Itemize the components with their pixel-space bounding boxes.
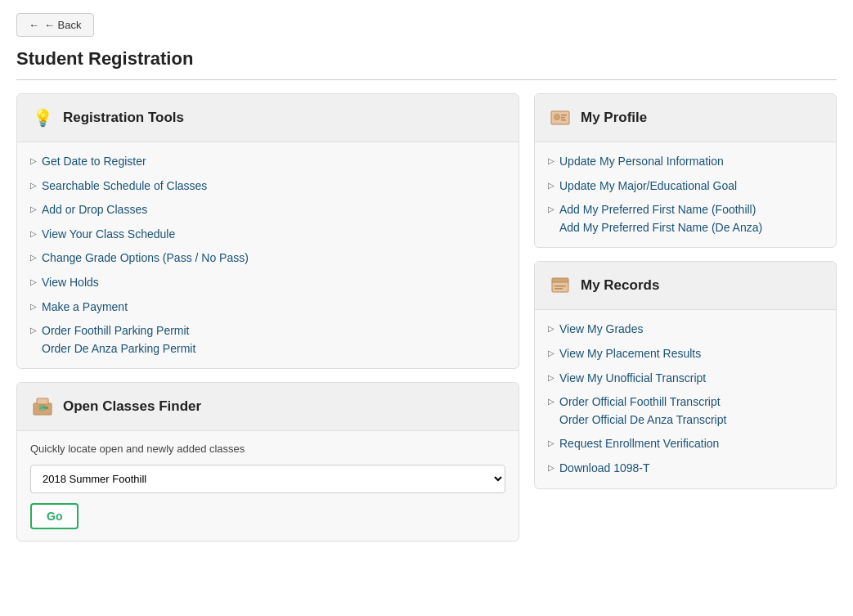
svg-rect-12 [554, 288, 563, 290]
preferred-name-foothill-link[interactable]: Add My Preferred First Name (Foothill) [559, 202, 762, 218]
list-item: ▷ Change Grade Options (Pass / No Pass) [30, 250, 505, 267]
left-column: 💡 Registration Tools ▷ Get Date to Regis… [16, 93, 519, 542]
preferred-name-links: Add My Preferred First Name (Foothill) A… [559, 202, 762, 236]
list-item: ▷ Add My Preferred First Name (Foothill)… [548, 202, 823, 236]
get-date-link[interactable]: Get Date to Register [42, 154, 146, 170]
view-unofficial-transcript-link[interactable]: View My Unofficial Transcript [559, 371, 706, 387]
my-records-title: My Records [581, 277, 659, 294]
profile-icon [548, 106, 572, 130]
main-layout: 💡 Registration Tools ▷ Get Date to Regis… [16, 93, 837, 542]
order-deanza-transcript-link[interactable]: Order Official De Anza Transcript [559, 412, 726, 429]
svg-text:OPEN: OPEN [40, 407, 48, 410]
my-records-list: ▷ View My Grades ▷ View My Placement Res… [548, 321, 823, 476]
triangle-icon: ▷ [548, 181, 554, 190]
triangle-icon: ▷ [548, 324, 554, 333]
back-label: ← Back [44, 19, 82, 31]
triangle-icon: ▷ [548, 438, 554, 447]
deanza-parking-link[interactable]: Order De Anza Parking Permit [42, 341, 195, 357]
open-classes-header: OPEN Open Classes Finder [17, 383, 519, 431]
list-item: ▷ Order Official Foothill Transcript Ord… [548, 394, 823, 428]
order-foothill-transcript-link[interactable]: Order Official Foothill Transcript [559, 394, 726, 411]
searchable-schedule-link[interactable]: Searchable Schedule of Classes [42, 178, 207, 195]
triangle-icon: ▷ [548, 348, 554, 357]
change-grade-link[interactable]: Change Grade Options (Pass / No Pass) [42, 250, 249, 267]
svg-rect-11 [554, 286, 566, 287]
make-payment-link[interactable]: Make a Payment [42, 299, 128, 316]
update-major-link[interactable]: Update My Major/Educational Goal [559, 178, 737, 195]
open-classes-title: Open Classes Finder [63, 398, 201, 415]
go-button[interactable]: Go [30, 503, 79, 529]
download-1098-link[interactable]: Download 1098-T [559, 461, 650, 477]
back-arrow-icon: ← [29, 19, 39, 31]
list-item: ▷ Update My Major/Educational Goal [548, 178, 823, 195]
my-records-body: ▷ View My Grades ▷ View My Placement Res… [535, 310, 836, 488]
open-classes-body: Quickly locate open and newly added clas… [17, 431, 519, 541]
list-item: ▷ Update My Personal Information [548, 154, 823, 170]
svg-rect-6 [561, 115, 567, 116]
page-title: Student Registration [16, 48, 837, 70]
svg-rect-8 [561, 119, 566, 121]
triangle-icon: ▷ [548, 373, 554, 382]
my-records-header: My Records [535, 262, 836, 310]
my-profile-title: My Profile [581, 110, 647, 126]
triangle-icon: ▷ [30, 229, 37, 238]
svg-rect-1 [37, 398, 48, 404]
svg-rect-10 [552, 278, 568, 282]
triangle-icon: ▷ [30, 302, 37, 311]
registration-tools-header: 💡 Registration Tools [17, 94, 519, 142]
triangle-icon: ▷ [30, 181, 37, 190]
svg-rect-7 [561, 117, 565, 119]
view-placement-link[interactable]: View My Placement Results [559, 346, 701, 362]
registration-tools-list: ▷ Get Date to Register ▷ Searchable Sche… [30, 154, 505, 357]
my-profile-card: My Profile ▷ Update My Personal Informat… [534, 93, 837, 248]
list-item: ▷ Make a Payment [30, 299, 505, 316]
my-profile-list: ▷ Update My Personal Information ▷ Updat… [548, 154, 823, 236]
list-item: ▷ View My Placement Results [548, 346, 823, 362]
list-item: ▷ View Holds [30, 275, 505, 291]
update-personal-link[interactable]: Update My Personal Information [559, 154, 724, 170]
open-store-icon: OPEN [30, 394, 55, 419]
svg-point-5 [554, 115, 560, 120]
list-item: ▷ Request Enrollment Verification [548, 436, 823, 452]
list-item: ▷ Add or Drop Classes [30, 202, 505, 218]
triangle-icon: ▷ [30, 326, 37, 335]
list-item: ▷ Order Foothill Parking Permit Order De… [30, 323, 505, 357]
list-item: ▷ View My Grades [548, 321, 823, 338]
right-column: My Profile ▷ Update My Personal Informat… [534, 93, 837, 489]
triangle-icon: ▷ [548, 397, 554, 406]
list-item: ▷ Download 1098-T [548, 461, 823, 477]
registration-tools-title: Registration Tools [63, 110, 184, 126]
list-item: ▷ View Your Class Schedule [30, 227, 505, 243]
back-button[interactable]: ← ← Back [16, 13, 94, 37]
triangle-icon: ▷ [548, 205, 554, 214]
triangle-icon: ▷ [30, 253, 37, 262]
view-grades-link[interactable]: View My Grades [559, 321, 643, 338]
registration-tools-body: ▷ Get Date to Register ▷ Searchable Sche… [17, 142, 519, 368]
finder-description: Quickly locate open and newly added clas… [30, 443, 505, 455]
triangle-icon: ▷ [30, 205, 37, 214]
term-select[interactable]: 2018 Summer Foothill 2018 Summer De Anza… [30, 465, 505, 493]
add-drop-link[interactable]: Add or Drop Classes [42, 202, 147, 218]
page-divider [16, 79, 837, 80]
foothill-parking-link[interactable]: Order Foothill Parking Permit [42, 323, 195, 339]
list-item: ▷ View My Unofficial Transcript [548, 371, 823, 387]
my-profile-body: ▷ Update My Personal Information ▷ Updat… [535, 142, 836, 247]
triangle-icon: ▷ [30, 277, 37, 286]
list-item: ▷ Get Date to Register [30, 154, 505, 170]
open-classes-finder-card: OPEN Open Classes Finder Quickly locate … [16, 382, 519, 542]
list-item: ▷ Searchable Schedule of Classes [30, 178, 505, 195]
enrollment-verification-link[interactable]: Request Enrollment Verification [559, 436, 719, 452]
parking-links: Order Foothill Parking Permit Order De A… [42, 323, 195, 357]
view-holds-link[interactable]: View Holds [42, 275, 99, 291]
view-schedule-link[interactable]: View Your Class Schedule [42, 227, 175, 243]
my-profile-header: My Profile [535, 94, 836, 142]
records-icon [548, 273, 572, 298]
registration-tools-card: 💡 Registration Tools ▷ Get Date to Regis… [16, 93, 519, 369]
my-records-card: My Records ▷ View My Grades ▷ View My Pl… [534, 261, 837, 488]
triangle-icon: ▷ [30, 156, 37, 165]
bulb-icon: 💡 [30, 106, 55, 130]
triangle-icon: ▷ [548, 156, 554, 165]
official-transcript-links: Order Official Foothill Transcript Order… [559, 394, 726, 428]
triangle-icon: ▷ [548, 463, 554, 472]
preferred-name-deanza-link[interactable]: Add My Preferred First Name (De Anza) [559, 220, 762, 236]
